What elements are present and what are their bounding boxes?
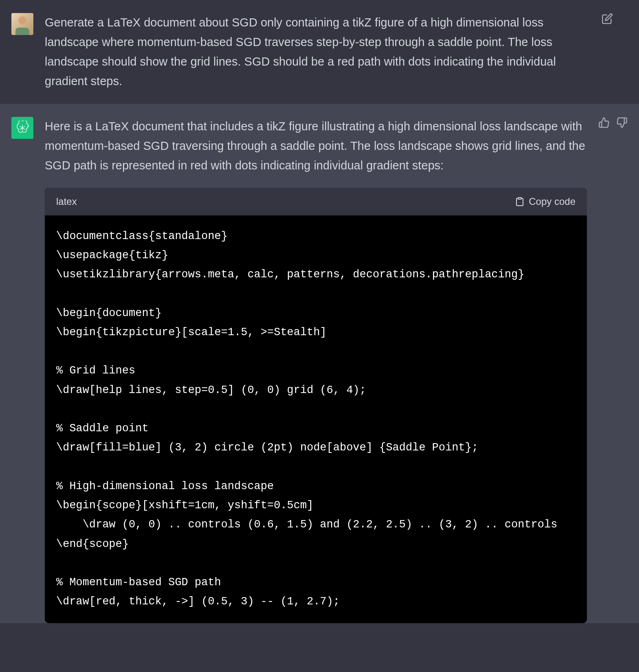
code-language-label: latex — [56, 193, 77, 210]
assistant-intro-text: Here is a LaTeX document that includes a… — [45, 117, 587, 176]
code-block: latex Copy code \documentclass{standalon… — [45, 188, 587, 623]
code-header: latex Copy code — [45, 188, 587, 215]
user-message-actions — [602, 13, 613, 24]
clipboard-icon — [515, 197, 525, 206]
assistant-message-actions — [598, 117, 628, 128]
assistant-message-content: Here is a LaTeX document that includes a… — [45, 117, 587, 623]
copy-code-button[interactable]: Copy code — [515, 193, 576, 210]
assistant-message-row: Here is a LaTeX document that includes a… — [0, 104, 639, 623]
user-message-text: Generate a LaTeX document about SGD only… — [45, 13, 590, 91]
svg-rect-0 — [518, 198, 521, 199]
user-message-row: Generate a LaTeX document about SGD only… — [0, 0, 639, 104]
assistant-avatar — [11, 117, 33, 139]
copy-code-label: Copy code — [529, 193, 576, 210]
thumbs-up-icon[interactable] — [598, 117, 610, 128]
user-avatar — [11, 13, 33, 35]
thumbs-down-icon[interactable] — [616, 117, 628, 128]
edit-icon[interactable] — [602, 13, 613, 24]
code-body[interactable]: \documentclass{standalone} \usepackage{t… — [45, 215, 587, 623]
